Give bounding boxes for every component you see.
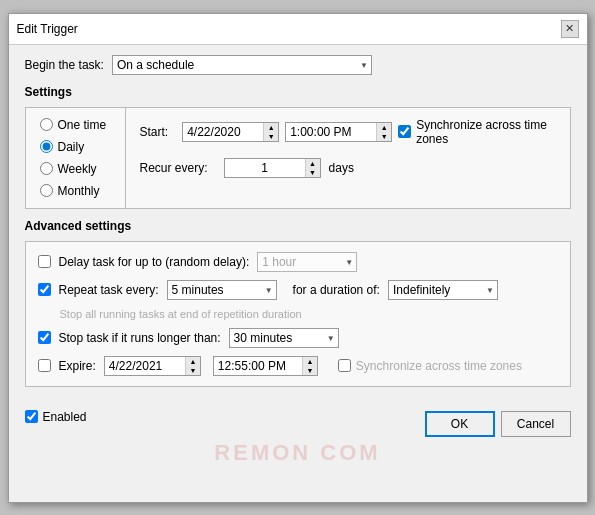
- radio-daily-input[interactable]: [40, 140, 53, 153]
- expire-label[interactable]: Expire:: [59, 359, 96, 373]
- start-time-up[interactable]: ▲: [377, 123, 391, 132]
- sync-timezone-checkbox[interactable]: [398, 125, 411, 138]
- radio-monthly-input[interactable]: [40, 184, 53, 197]
- start-date-spinner: ▲ ▼: [263, 123, 278, 141]
- duration-value-wrapper: Indefinitely 1 hour 30 minutes 12 hours: [388, 280, 498, 300]
- start-date-down[interactable]: ▼: [264, 132, 278, 141]
- begin-task-label: Begin the task:: [25, 58, 104, 72]
- recur-value-input[interactable]: [225, 159, 305, 177]
- sync-timezone-row: Synchronize across time zones: [398, 118, 555, 146]
- start-date-input-wrapper: ▲ ▼: [182, 122, 279, 142]
- stop-task-row: Stop task if it runs longer than: 30 min…: [38, 328, 558, 348]
- advanced-settings-label: Advanced settings: [25, 219, 571, 233]
- repeat-value-select[interactable]: 5 minutes 10 minutes 15 minutes 30 minut…: [167, 280, 277, 300]
- advanced-inner: Delay task for up to (random delay): 1 h…: [25, 241, 571, 387]
- expire-row: Expire: ▲ ▼ ▲ ▼: [38, 356, 558, 376]
- radio-one-time-label: One time: [58, 118, 107, 132]
- advanced-settings-section: Advanced settings Delay task for up to (…: [25, 219, 571, 387]
- expire-checkbox[interactable]: [38, 359, 51, 372]
- expire-date-input[interactable]: [105, 357, 185, 375]
- dialog-body: Begin the task: On a schedule At log on …: [9, 45, 587, 447]
- ok-button[interactable]: OK: [425, 411, 495, 437]
- delay-task-label[interactable]: Delay task for up to (random delay):: [59, 255, 250, 269]
- stop-task-label[interactable]: Stop task if it runs longer than:: [59, 331, 221, 345]
- start-time-spinner: ▲ ▼: [376, 123, 391, 141]
- radio-one-time[interactable]: One time: [40, 118, 111, 132]
- settings-box: One time Daily Weekly Monthly: [25, 107, 571, 209]
- stop-task-value-select[interactable]: 30 minutes 1 hour 2 hours 3 days: [229, 328, 339, 348]
- begin-task-select[interactable]: On a schedule At log on At startup On id…: [112, 55, 372, 75]
- radio-one-time-input[interactable]: [40, 118, 53, 131]
- repeat-value-wrapper: 5 minutes 10 minutes 15 minutes 30 minut…: [167, 280, 277, 300]
- radio-daily-label: Daily: [58, 140, 85, 154]
- settings-section-label: Settings: [25, 85, 571, 99]
- enabled-label[interactable]: Enabled: [43, 410, 87, 424]
- expire-time-spinner: ▲ ▼: [302, 357, 317, 375]
- begin-task-select-wrapper: On a schedule At log on At startup On id…: [112, 55, 372, 75]
- radio-monthly[interactable]: Monthly: [40, 184, 111, 198]
- expire-date-wrapper: ▲ ▼: [104, 356, 201, 376]
- title-bar: Edit Trigger ✕: [9, 14, 587, 45]
- expire-date-spinner: ▲ ▼: [185, 357, 200, 375]
- radio-monthly-label: Monthly: [58, 184, 100, 198]
- delay-task-row: Delay task for up to (random delay): 1 h…: [38, 252, 558, 272]
- radio-weekly[interactable]: Weekly: [40, 162, 111, 176]
- expire-time-wrapper: ▲ ▼: [213, 356, 318, 376]
- start-date-input[interactable]: [183, 123, 263, 141]
- begin-task-row: Begin the task: On a schedule At log on …: [25, 55, 571, 75]
- start-time-input[interactable]: [286, 123, 376, 141]
- close-button[interactable]: ✕: [561, 20, 579, 38]
- schedule-column: Start: ▲ ▼ ▲ ▼: [126, 108, 570, 208]
- repeat-task-checkbox[interactable]: [38, 283, 51, 296]
- start-time-input-wrapper: ▲ ▼: [285, 122, 392, 142]
- start-time-down[interactable]: ▼: [377, 132, 391, 141]
- sync-timezone-label[interactable]: Synchronize across time zones: [416, 118, 555, 146]
- radio-column: One time Daily Weekly Monthly: [26, 108, 126, 208]
- repeat-task-label[interactable]: Repeat task every:: [59, 283, 159, 297]
- recur-row: Recur every: ▲ ▼ days: [140, 158, 556, 178]
- recur-value-wrapper: ▲ ▼: [224, 158, 321, 178]
- enabled-checkbox[interactable]: [25, 410, 38, 423]
- recur-unit-label: days: [329, 161, 354, 175]
- delay-value-select[interactable]: 1 hour: [257, 252, 357, 272]
- start-row: Start: ▲ ▼ ▲ ▼: [140, 118, 556, 146]
- cancel-button[interactable]: Cancel: [501, 411, 571, 437]
- expire-date-down[interactable]: ▼: [186, 366, 200, 375]
- expire-time-up[interactable]: ▲: [303, 357, 317, 366]
- delay-task-checkbox[interactable]: [38, 255, 51, 268]
- delay-value-wrapper: 1 hour: [257, 252, 357, 272]
- start-date-up[interactable]: ▲: [264, 123, 278, 132]
- duration-label: for a duration of:: [293, 283, 380, 297]
- stop-task-value-wrapper: 30 minutes 1 hour 2 hours 3 days: [229, 328, 339, 348]
- recur-label: Recur every:: [140, 161, 208, 175]
- expire-time-down[interactable]: ▼: [303, 366, 317, 375]
- repeat-task-row: Repeat task every: 5 minutes 10 minutes …: [38, 280, 558, 300]
- edit-trigger-dialog: Edit Trigger ✕ Begin the task: On a sche…: [8, 13, 588, 503]
- start-label: Start:: [140, 125, 169, 139]
- stop-task-checkbox[interactable]: [38, 331, 51, 344]
- recur-spinner: ▲ ▼: [305, 159, 320, 177]
- buttons-row: OK Cancel: [425, 407, 571, 437]
- duration-value-select[interactable]: Indefinitely 1 hour 30 minutes 12 hours: [388, 280, 498, 300]
- enabled-row: Enabled: [25, 410, 87, 424]
- expire-sync-label[interactable]: Synchronize across time zones: [356, 359, 522, 373]
- expire-sync-row: Synchronize across time zones: [338, 359, 522, 373]
- expire-date-up[interactable]: ▲: [186, 357, 200, 366]
- recur-up[interactable]: ▲: [306, 159, 320, 168]
- radio-weekly-input[interactable]: [40, 162, 53, 175]
- radio-weekly-label: Weekly: [58, 162, 97, 176]
- dialog-title: Edit Trigger: [17, 22, 78, 36]
- radio-daily[interactable]: Daily: [40, 140, 111, 154]
- bottom-row: Enabled OK Cancel: [25, 397, 571, 437]
- expire-time-input[interactable]: [214, 357, 302, 375]
- stop-note: Stop all running tasks at end of repetit…: [60, 308, 558, 320]
- recur-down[interactable]: ▼: [306, 168, 320, 177]
- expire-sync-checkbox[interactable]: [338, 359, 351, 372]
